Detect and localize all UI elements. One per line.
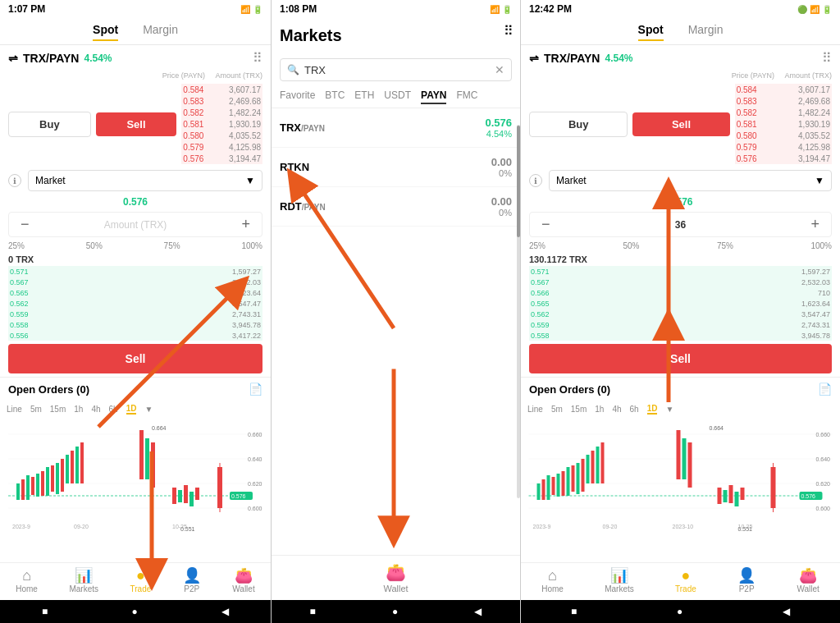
- sell-button-top-left[interactable]: Sell: [96, 112, 177, 136]
- doc-icon-right[interactable]: 📄: [818, 383, 832, 396]
- minus-btn-right[interactable]: −: [538, 216, 554, 233]
- chart-svg-left: 0.660 0.640 0.620 0.600 0.664 0.576 0.55…: [3, 418, 267, 533]
- settings-icon-left[interactable]: ⠿: [253, 50, 262, 66]
- pair-title-right[interactable]: ⇌ TRX/PAYN 4.54%: [529, 52, 633, 65]
- svg-rect-71: [677, 430, 681, 479]
- pct-row-right: 25% 50% 75% 100%: [521, 239, 840, 253]
- scrollbar-middle[interactable]: [517, 125, 520, 498]
- market-item-rdt[interactable]: RDT/PAYN 0.00 0%: [272, 187, 520, 227]
- svg-rect-26: [80, 442, 84, 483]
- svg-text:0.600: 0.600: [816, 506, 831, 511]
- svg-rect-66: [582, 459, 585, 492]
- tab-eth[interactable]: ETH: [354, 89, 374, 104]
- big-sell-btn-right[interactable]: Sell: [529, 344, 832, 373]
- market-item-rtkn[interactable]: RTKN 0.00 0%: [272, 148, 520, 187]
- android-back-right[interactable]: ◀: [783, 606, 790, 617]
- buy-button-right[interactable]: Buy: [529, 112, 628, 137]
- svg-text:2023-9: 2023-9: [533, 524, 551, 529]
- svg-rect-63: [567, 467, 570, 496]
- tab-btc[interactable]: BTC: [325, 89, 345, 104]
- tab-usdt[interactable]: USDT: [384, 89, 411, 104]
- balance-right: 130.1172 TRX: [521, 253, 840, 266]
- svg-text:0.576: 0.576: [231, 493, 246, 499]
- tab-spot-right[interactable]: Spot: [638, 23, 664, 41]
- nav-p2p-right[interactable]: 👤 P2P: [737, 568, 756, 593]
- pct-row-left: 25% 50% 75% 100%: [0, 239, 271, 253]
- android-circle-middle[interactable]: ●: [392, 606, 398, 617]
- market-item-trx[interactable]: TRX/PAYN 0.576 4.54%: [272, 108, 520, 148]
- svg-text:0.576: 0.576: [801, 493, 816, 499]
- nav-home-right[interactable]: ⌂ Home: [541, 568, 564, 593]
- chart-svg-right: 0.660 0.640 0.620 0.600 0.664 0.576 0.55…: [524, 418, 837, 533]
- svg-text:0.640: 0.640: [248, 456, 262, 462]
- svg-rect-62: [562, 471, 565, 496]
- nav-trade-left[interactable]: ● Trade: [130, 568, 152, 593]
- svg-text:0.600: 0.600: [248, 506, 262, 511]
- svg-text:10-25: 10-25: [172, 524, 187, 529]
- svg-rect-23: [66, 455, 69, 483]
- svg-rect-33: [189, 492, 194, 506]
- home-icon-right: ⌂: [548, 568, 557, 583]
- android-circle-right[interactable]: ●: [677, 606, 682, 617]
- tab-favorite[interactable]: Favorite: [280, 89, 315, 104]
- scrollbar-thumb-middle: [517, 126, 520, 238]
- tab-payn[interactable]: PAYN: [421, 89, 446, 104]
- bottom-nav-left: ⌂ Home 📊 Markets ● Trade 👤 P2P 👛 Wallet: [0, 562, 271, 600]
- android-circle-left[interactable]: ●: [131, 606, 137, 617]
- market-row-right: ℹ Market ▼: [521, 167, 840, 194]
- doc-icon-left[interactable]: 📄: [249, 383, 262, 396]
- tab-spot-left[interactable]: Spot: [93, 23, 118, 41]
- tab-fmc[interactable]: FMC: [456, 89, 477, 104]
- svg-rect-28: [145, 438, 149, 479]
- svg-rect-27: [139, 430, 144, 479]
- market-selector-left[interactable]: Market ▼: [28, 170, 262, 191]
- svg-rect-74: [718, 488, 722, 504]
- android-nav-right: ■ ● ◀: [521, 600, 840, 623]
- col-headers-right: Price (PAYN) Amount (TRX): [521, 71, 840, 80]
- settings-icon-middle[interactable]: ⠿: [504, 23, 514, 39]
- search-clear-btn[interactable]: ✕: [495, 63, 504, 76]
- price-col-header: Price (PAYN): [130, 71, 205, 80]
- svg-text:2023-10: 2023-10: [673, 524, 694, 529]
- big-sell-btn-left[interactable]: Sell: [8, 344, 262, 373]
- buy-button-left[interactable]: Buy: [8, 112, 91, 137]
- nav-trade-right[interactable]: ● Trade: [675, 568, 696, 593]
- tab-margin-left[interactable]: Margin: [143, 23, 178, 41]
- android-back-left[interactable]: ◀: [221, 606, 229, 617]
- android-square-right[interactable]: ■: [571, 606, 577, 617]
- minus-btn-left[interactable]: −: [17, 216, 33, 233]
- svg-text:0.640: 0.640: [816, 456, 831, 462]
- svg-rect-19: [46, 467, 49, 496]
- amount-input-left[interactable]: Amount (TRX): [38, 219, 234, 231]
- settings-icon-right[interactable]: ⠿: [822, 50, 832, 66]
- svg-rect-31: [178, 490, 182, 502]
- android-square-middle[interactable]: ■: [310, 606, 316, 617]
- nav-p2p-left[interactable]: 👤 P2P: [183, 568, 201, 593]
- nav-wallet-left[interactable]: 👛 Wallet: [232, 568, 254, 593]
- android-back-middle[interactable]: ◀: [474, 606, 482, 617]
- nav-wallet-right[interactable]: 👛 Wallet: [797, 568, 819, 593]
- market-selector-right[interactable]: Market ▼: [549, 170, 832, 191]
- nav-home-left[interactable]: ⌂ Home: [16, 568, 38, 593]
- amount-row-left[interactable]: − Amount (TRX) +: [8, 212, 262, 237]
- amount-col-header-right: Amount (TRX): [774, 71, 832, 80]
- svg-text:09-20: 09-20: [74, 524, 89, 529]
- sell-button-top-right[interactable]: Sell: [632, 112, 729, 136]
- info-icon-right[interactable]: ℹ: [529, 174, 542, 187]
- plus-btn-left[interactable]: +: [238, 216, 253, 233]
- plus-btn-right[interactable]: +: [807, 216, 823, 233]
- wallet-nav-middle[interactable]: 👛 Wallet: [272, 555, 520, 600]
- tab-margin-right[interactable]: Margin: [688, 23, 724, 41]
- search-value[interactable]: TRX: [304, 64, 490, 76]
- svg-rect-14: [21, 479, 25, 500]
- nav-markets-left[interactable]: 📊 Markets: [69, 568, 98, 593]
- nav-markets-right[interactable]: 📊 Markets: [605, 568, 634, 593]
- android-square-left[interactable]: ■: [42, 606, 48, 617]
- markets-search[interactable]: 🔍 TRX ✕: [280, 58, 512, 81]
- svg-rect-77: [735, 492, 739, 506]
- svg-rect-15: [26, 475, 30, 500]
- amount-row-right[interactable]: − 36 +: [529, 212, 832, 237]
- pair-title-left[interactable]: ⇌ TRX/PAYN 4.54%: [8, 52, 112, 65]
- info-icon-left[interactable]: ℹ: [8, 174, 21, 187]
- amount-input-right[interactable]: 36: [559, 219, 803, 231]
